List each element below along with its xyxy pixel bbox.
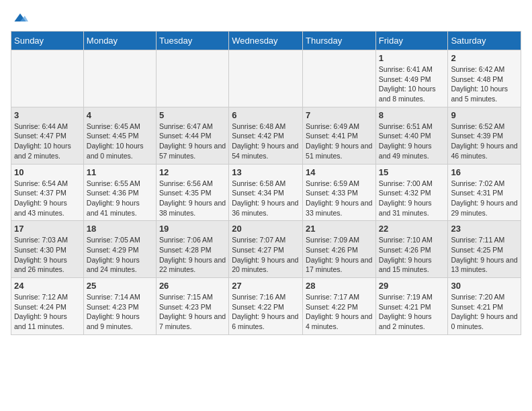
calendar-cell: 20Sunrise: 7:07 AM Sunset: 4:27 PM Dayli… <box>229 221 303 278</box>
header-saturday: Saturday <box>448 32 521 50</box>
calendar-table: Sunday Monday Tuesday Wednesday Thursday… <box>11 31 521 335</box>
day-info: Sunrise: 6:52 AM Sunset: 4:39 PM Dayligh… <box>451 122 518 161</box>
calendar-cell: 22Sunrise: 7:10 AM Sunset: 4:26 PM Dayli… <box>375 221 448 278</box>
day-number: 29 <box>379 281 445 291</box>
day-info: Sunrise: 6:54 AM Sunset: 4:37 PM Dayligh… <box>14 179 81 218</box>
day-info: Sunrise: 6:49 AM Sunset: 4:41 PM Dayligh… <box>306 122 373 161</box>
day-info: Sunrise: 7:14 AM Sunset: 4:23 PM Dayligh… <box>87 292 153 332</box>
calendar-cell: 12Sunrise: 6:56 AM Sunset: 4:35 PM Dayli… <box>156 164 228 221</box>
calendar-cell: 30Sunrise: 7:20 AM Sunset: 4:21 PM Dayli… <box>448 278 521 335</box>
day-number: 23 <box>451 224 518 234</box>
day-info: Sunrise: 6:55 AM Sunset: 4:36 PM Dayligh… <box>87 179 153 218</box>
calendar-cell: 7Sunrise: 6:49 AM Sunset: 4:41 PM Daylig… <box>303 107 376 164</box>
day-number: 4 <box>87 110 153 120</box>
day-number: 28 <box>306 281 373 291</box>
calendar-cell: 17Sunrise: 7:03 AM Sunset: 4:30 PM Dayli… <box>11 221 84 278</box>
day-info: Sunrise: 6:47 AM Sunset: 4:44 PM Dayligh… <box>159 122 226 161</box>
day-info: Sunrise: 7:19 AM Sunset: 4:21 PM Dayligh… <box>379 292 445 332</box>
day-number: 26 <box>159 281 226 291</box>
day-number: 8 <box>379 110 445 120</box>
day-info: Sunrise: 7:00 AM Sunset: 4:32 PM Dayligh… <box>379 179 445 218</box>
page-header <box>11 11 521 24</box>
calendar-cell: 13Sunrise: 6:58 AM Sunset: 4:34 PM Dayli… <box>229 164 303 221</box>
day-info: Sunrise: 6:51 AM Sunset: 4:40 PM Dayligh… <box>379 122 445 161</box>
calendar-cell <box>229 50 303 107</box>
calendar-cell: 15Sunrise: 7:00 AM Sunset: 4:32 PM Dayli… <box>375 164 448 221</box>
calendar-week-4: 17Sunrise: 7:03 AM Sunset: 4:30 PM Dayli… <box>11 221 521 278</box>
calendar-week-5: 24Sunrise: 7:12 AM Sunset: 4:24 PM Dayli… <box>11 278 521 335</box>
calendar-cell: 19Sunrise: 7:06 AM Sunset: 4:28 PM Dayli… <box>156 221 228 278</box>
day-info: Sunrise: 7:07 AM Sunset: 4:27 PM Dayligh… <box>232 235 300 275</box>
calendar-cell: 2Sunrise: 6:42 AM Sunset: 4:48 PM Daylig… <box>448 50 521 107</box>
day-info: Sunrise: 7:09 AM Sunset: 4:26 PM Dayligh… <box>306 235 373 275</box>
day-info: Sunrise: 7:17 AM Sunset: 4:22 PM Dayligh… <box>306 292 373 332</box>
day-number: 17 <box>14 224 81 234</box>
day-number: 2 <box>451 53 518 63</box>
header-tuesday: Tuesday <box>156 32 228 50</box>
day-number: 20 <box>232 224 300 234</box>
header-monday: Monday <box>83 32 156 50</box>
day-info: Sunrise: 7:05 AM Sunset: 4:29 PM Dayligh… <box>87 235 153 275</box>
calendar-cell: 28Sunrise: 7:17 AM Sunset: 4:22 PM Dayli… <box>303 278 376 335</box>
calendar-cell: 26Sunrise: 7:15 AM Sunset: 4:23 PM Dayli… <box>156 278 228 335</box>
day-number: 5 <box>159 110 226 120</box>
day-number: 22 <box>379 224 445 234</box>
day-number: 9 <box>451 110 518 120</box>
calendar-cell: 8Sunrise: 6:51 AM Sunset: 4:40 PM Daylig… <box>375 107 448 164</box>
calendar-cell: 4Sunrise: 6:45 AM Sunset: 4:45 PM Daylig… <box>83 107 156 164</box>
header-friday: Friday <box>375 32 448 50</box>
day-info: Sunrise: 6:48 AM Sunset: 4:42 PM Dayligh… <box>232 122 300 161</box>
calendar-header: Sunday Monday Tuesday Wednesday Thursday… <box>11 32 521 50</box>
day-number: 12 <box>159 167 226 177</box>
day-info: Sunrise: 7:12 AM Sunset: 4:24 PM Dayligh… <box>14 292 81 332</box>
header-sunday: Sunday <box>11 32 84 50</box>
day-info: Sunrise: 6:59 AM Sunset: 4:33 PM Dayligh… <box>306 179 373 218</box>
day-number: 21 <box>306 224 373 234</box>
day-number: 3 <box>14 110 81 120</box>
day-number: 11 <box>87 167 153 177</box>
calendar-cell: 24Sunrise: 7:12 AM Sunset: 4:24 PM Dayli… <box>11 278 84 335</box>
calendar-cell: 10Sunrise: 6:54 AM Sunset: 4:37 PM Dayli… <box>11 164 84 221</box>
calendar-cell: 16Sunrise: 7:02 AM Sunset: 4:31 PM Dayli… <box>448 164 521 221</box>
calendar-cell: 29Sunrise: 7:19 AM Sunset: 4:21 PM Dayli… <box>375 278 448 335</box>
calendar-cell: 25Sunrise: 7:14 AM Sunset: 4:23 PM Dayli… <box>83 278 156 335</box>
day-info: Sunrise: 7:03 AM Sunset: 4:30 PM Dayligh… <box>14 235 81 275</box>
day-number: 10 <box>14 167 81 177</box>
header-wednesday: Wednesday <box>229 32 303 50</box>
calendar-cell <box>303 50 376 107</box>
calendar-cell: 1Sunrise: 6:41 AM Sunset: 4:49 PM Daylig… <box>375 50 448 107</box>
calendar-week-3: 10Sunrise: 6:54 AM Sunset: 4:37 PM Dayli… <box>11 164 521 221</box>
calendar-cell: 5Sunrise: 6:47 AM Sunset: 4:44 PM Daylig… <box>156 107 228 164</box>
logo-icon <box>12 11 28 24</box>
day-number: 16 <box>451 167 518 177</box>
day-number: 27 <box>232 281 300 291</box>
day-number: 14 <box>306 167 373 177</box>
day-info: Sunrise: 7:02 AM Sunset: 4:31 PM Dayligh… <box>451 179 518 218</box>
day-number: 7 <box>306 110 373 120</box>
day-info: Sunrise: 6:42 AM Sunset: 4:48 PM Dayligh… <box>451 64 518 104</box>
calendar-cell <box>156 50 228 107</box>
day-info: Sunrise: 7:10 AM Sunset: 4:26 PM Dayligh… <box>379 235 445 275</box>
calendar-cell <box>11 50 84 107</box>
calendar-week-1: 1Sunrise: 6:41 AM Sunset: 4:49 PM Daylig… <box>11 50 521 107</box>
header-thursday: Thursday <box>303 32 376 50</box>
day-info: Sunrise: 7:16 AM Sunset: 4:22 PM Dayligh… <box>232 292 300 332</box>
calendar-cell: 11Sunrise: 6:55 AM Sunset: 4:36 PM Dayli… <box>83 164 156 221</box>
calendar-body: 1Sunrise: 6:41 AM Sunset: 4:49 PM Daylig… <box>11 50 521 335</box>
day-number: 1 <box>379 53 445 63</box>
day-number: 19 <box>159 224 226 234</box>
day-info: Sunrise: 6:58 AM Sunset: 4:34 PM Dayligh… <box>232 179 300 218</box>
day-number: 24 <box>14 281 81 291</box>
calendar-cell: 21Sunrise: 7:09 AM Sunset: 4:26 PM Dayli… <box>303 221 376 278</box>
calendar-cell: 18Sunrise: 7:05 AM Sunset: 4:29 PM Dayli… <box>83 221 156 278</box>
day-info: Sunrise: 6:44 AM Sunset: 4:47 PM Dayligh… <box>14 122 81 161</box>
day-info: Sunrise: 7:20 AM Sunset: 4:21 PM Dayligh… <box>451 292 518 332</box>
day-info: Sunrise: 6:41 AM Sunset: 4:49 PM Dayligh… <box>379 64 445 104</box>
day-number: 30 <box>451 281 518 291</box>
calendar-cell <box>83 50 156 107</box>
calendar-cell: 23Sunrise: 7:11 AM Sunset: 4:25 PM Dayli… <box>448 221 521 278</box>
day-info: Sunrise: 7:06 AM Sunset: 4:28 PM Dayligh… <box>159 235 226 275</box>
day-number: 13 <box>232 167 300 177</box>
calendar-week-2: 3Sunrise: 6:44 AM Sunset: 4:47 PM Daylig… <box>11 107 521 164</box>
day-info: Sunrise: 7:11 AM Sunset: 4:25 PM Dayligh… <box>451 235 518 275</box>
